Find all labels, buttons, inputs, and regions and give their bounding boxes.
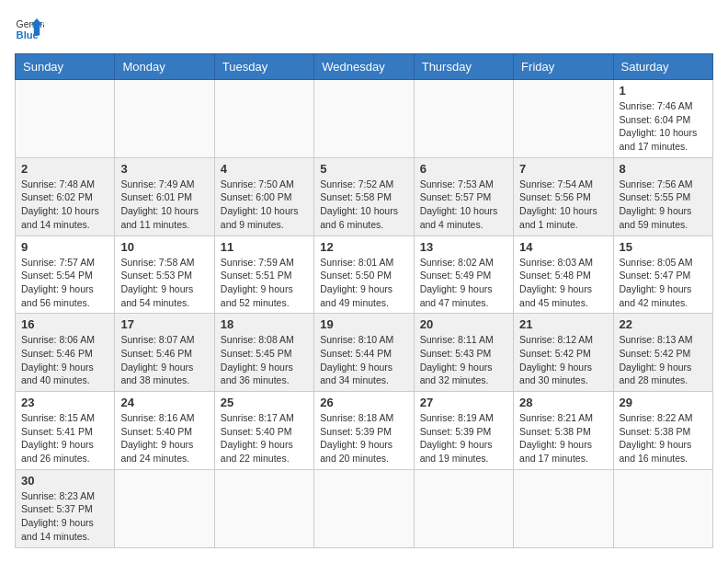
day-info: Sunrise: 7:49 AM Sunset: 6:01 PM Dayligh… <box>120 178 208 232</box>
day-number: 5 <box>320 162 407 176</box>
calendar-cell <box>214 80 313 158</box>
day-info: Sunrise: 7:54 AM Sunset: 5:56 PM Dayligh… <box>519 178 607 232</box>
day-info: Sunrise: 8:01 AM Sunset: 5:50 PM Dayligh… <box>320 256 407 310</box>
calendar-cell: 20Sunrise: 8:11 AM Sunset: 5:43 PM Dayli… <box>414 314 513 392</box>
calendar-cell <box>115 469 214 547</box>
day-number: 15 <box>620 240 707 254</box>
day-info: Sunrise: 7:59 AM Sunset: 5:51 PM Dayligh… <box>221 256 308 310</box>
calendar-cell <box>314 80 414 158</box>
calendar-cell <box>314 469 414 547</box>
calendar-cell: 12Sunrise: 8:01 AM Sunset: 5:50 PM Dayli… <box>314 236 414 314</box>
day-info: Sunrise: 8:02 AM Sunset: 5:49 PM Dayligh… <box>420 256 507 310</box>
day-info: Sunrise: 8:13 AM Sunset: 5:42 PM Dayligh… <box>620 333 707 387</box>
calendar-cell: 5Sunrise: 7:52 AM Sunset: 5:58 PM Daylig… <box>314 157 414 236</box>
weekday-header: Monday <box>115 54 214 80</box>
calendar-cell <box>214 469 313 547</box>
calendar-cell: 6Sunrise: 7:53 AM Sunset: 5:57 PM Daylig… <box>414 157 513 236</box>
calendar-week-row: 30Sunrise: 8:23 AM Sunset: 5:37 PM Dayli… <box>16 469 713 547</box>
day-info: Sunrise: 7:58 AM Sunset: 5:53 PM Dayligh… <box>120 256 208 310</box>
day-info: Sunrise: 7:53 AM Sunset: 5:57 PM Dayligh… <box>420 178 507 232</box>
day-info: Sunrise: 8:23 AM Sunset: 5:37 PM Dayligh… <box>21 489 108 544</box>
day-info: Sunrise: 8:12 AM Sunset: 5:42 PM Dayligh… <box>519 333 607 387</box>
day-number: 24 <box>120 396 208 409</box>
weekday-header: Thursday <box>414 54 513 80</box>
calendar-cell: 21Sunrise: 8:12 AM Sunset: 5:42 PM Dayli… <box>514 314 613 392</box>
day-number: 23 <box>21 396 108 409</box>
day-number: 17 <box>120 317 208 331</box>
day-number: 8 <box>620 162 707 176</box>
day-info: Sunrise: 8:15 AM Sunset: 5:41 PM Dayligh… <box>21 411 108 465</box>
day-info: Sunrise: 8:06 AM Sunset: 5:46 PM Dayligh… <box>21 333 108 387</box>
calendar-week-row: 1Sunrise: 7:46 AM Sunset: 6:04 PM Daylig… <box>16 80 713 158</box>
day-info: Sunrise: 7:50 AM Sunset: 6:00 PM Dayligh… <box>221 178 308 232</box>
day-info: Sunrise: 8:21 AM Sunset: 5:38 PM Dayligh… <box>519 411 607 465</box>
calendar-cell <box>414 469 513 547</box>
day-number: 29 <box>620 396 707 409</box>
calendar-cell <box>514 80 613 158</box>
day-number: 21 <box>519 317 607 331</box>
weekday-header: Wednesday <box>314 54 414 80</box>
day-number: 27 <box>420 396 507 409</box>
calendar-cell: 9Sunrise: 7:57 AM Sunset: 5:54 PM Daylig… <box>16 236 115 314</box>
day-number: 16 <box>21 317 108 331</box>
calendar-cell: 11Sunrise: 7:59 AM Sunset: 5:51 PM Dayli… <box>214 236 313 314</box>
logo-icon: General Blue <box>15 15 44 44</box>
calendar-cell: 27Sunrise: 8:19 AM Sunset: 5:39 PM Dayli… <box>414 392 513 470</box>
logo: General Blue <box>15 15 44 44</box>
calendar-cell: 3Sunrise: 7:49 AM Sunset: 6:01 PM Daylig… <box>115 157 214 236</box>
calendar-cell: 4Sunrise: 7:50 AM Sunset: 6:00 PM Daylig… <box>214 157 313 236</box>
calendar-cell: 10Sunrise: 7:58 AM Sunset: 5:53 PM Dayli… <box>115 236 214 314</box>
calendar-cell: 2Sunrise: 7:48 AM Sunset: 6:02 PM Daylig… <box>16 157 115 236</box>
calendar-week-row: 9Sunrise: 7:57 AM Sunset: 5:54 PM Daylig… <box>16 236 713 314</box>
day-info: Sunrise: 7:56 AM Sunset: 5:55 PM Dayligh… <box>620 178 707 232</box>
calendar-cell: 16Sunrise: 8:06 AM Sunset: 5:46 PM Dayli… <box>16 314 115 392</box>
day-number: 30 <box>21 474 108 488</box>
day-info: Sunrise: 7:46 AM Sunset: 6:04 PM Dayligh… <box>620 99 707 154</box>
day-number: 26 <box>320 396 407 409</box>
calendar-cell: 7Sunrise: 7:54 AM Sunset: 5:56 PM Daylig… <box>514 157 613 236</box>
day-info: Sunrise: 8:16 AM Sunset: 5:40 PM Dayligh… <box>120 411 208 465</box>
calendar-table: SundayMondayTuesdayWednesdayThursdayFrid… <box>15 53 713 548</box>
weekday-header: Saturday <box>613 54 712 80</box>
day-number: 20 <box>420 317 507 331</box>
calendar-cell: 18Sunrise: 8:08 AM Sunset: 5:45 PM Dayli… <box>214 314 313 392</box>
day-number: 22 <box>620 317 707 331</box>
day-number: 19 <box>320 317 407 331</box>
calendar-cell: 13Sunrise: 8:02 AM Sunset: 5:49 PM Dayli… <box>414 236 513 314</box>
day-info: Sunrise: 8:19 AM Sunset: 5:39 PM Dayligh… <box>420 411 507 465</box>
calendar-cell: 17Sunrise: 8:07 AM Sunset: 5:46 PM Dayli… <box>115 314 214 392</box>
calendar-cell: 24Sunrise: 8:16 AM Sunset: 5:40 PM Dayli… <box>115 392 214 470</box>
day-info: Sunrise: 7:52 AM Sunset: 5:58 PM Dayligh… <box>320 178 407 232</box>
calendar-week-row: 23Sunrise: 8:15 AM Sunset: 5:41 PM Dayli… <box>16 392 713 470</box>
calendar-cell: 15Sunrise: 8:05 AM Sunset: 5:47 PM Dayli… <box>613 236 712 314</box>
day-number: 25 <box>221 396 308 409</box>
day-info: Sunrise: 8:10 AM Sunset: 5:44 PM Dayligh… <box>320 333 407 387</box>
calendar-cell: 23Sunrise: 8:15 AM Sunset: 5:41 PM Dayli… <box>16 392 115 470</box>
calendar-cell <box>414 80 513 158</box>
day-number: 1 <box>620 84 707 98</box>
day-info: Sunrise: 8:17 AM Sunset: 5:40 PM Dayligh… <box>221 411 308 465</box>
calendar-cell: 28Sunrise: 8:21 AM Sunset: 5:38 PM Dayli… <box>514 392 613 470</box>
calendar-week-row: 2Sunrise: 7:48 AM Sunset: 6:02 PM Daylig… <box>16 157 713 236</box>
calendar-cell: 8Sunrise: 7:56 AM Sunset: 5:55 PM Daylig… <box>613 157 712 236</box>
day-number: 14 <box>519 240 607 254</box>
calendar-cell: 29Sunrise: 8:22 AM Sunset: 5:38 PM Dayli… <box>613 392 712 470</box>
calendar-cell <box>115 80 214 158</box>
weekday-header: Friday <box>514 54 613 80</box>
day-number: 10 <box>120 240 208 254</box>
day-info: Sunrise: 7:57 AM Sunset: 5:54 PM Dayligh… <box>21 256 108 310</box>
calendar-cell: 1Sunrise: 7:46 AM Sunset: 6:04 PM Daylig… <box>613 80 712 158</box>
day-number: 4 <box>221 162 308 176</box>
day-number: 7 <box>519 162 607 176</box>
day-number: 11 <box>221 240 308 254</box>
day-number: 18 <box>221 317 308 331</box>
day-number: 28 <box>519 396 607 409</box>
calendar-week-row: 16Sunrise: 8:06 AM Sunset: 5:46 PM Dayli… <box>16 314 713 392</box>
calendar-cell: 25Sunrise: 8:17 AM Sunset: 5:40 PM Dayli… <box>214 392 313 470</box>
day-number: 2 <box>21 162 108 176</box>
weekday-header: Tuesday <box>214 54 313 80</box>
day-info: Sunrise: 7:48 AM Sunset: 6:02 PM Dayligh… <box>21 178 108 232</box>
calendar-cell: 14Sunrise: 8:03 AM Sunset: 5:48 PM Dayli… <box>514 236 613 314</box>
day-info: Sunrise: 8:05 AM Sunset: 5:47 PM Dayligh… <box>620 256 707 310</box>
day-info: Sunrise: 8:18 AM Sunset: 5:39 PM Dayligh… <box>320 411 407 465</box>
